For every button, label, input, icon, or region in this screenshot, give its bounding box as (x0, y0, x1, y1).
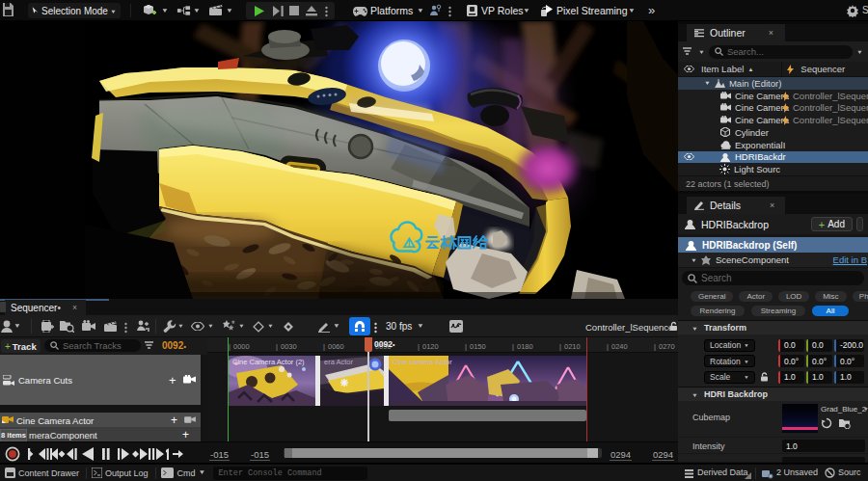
svg-text:Cine Camera Actor (2): Cine Camera Actor (2) (232, 358, 305, 366)
svg-text:era Actor: era Actor (324, 358, 354, 366)
svg-text:Cine camera Actor: Cine camera Actor (393, 358, 452, 366)
